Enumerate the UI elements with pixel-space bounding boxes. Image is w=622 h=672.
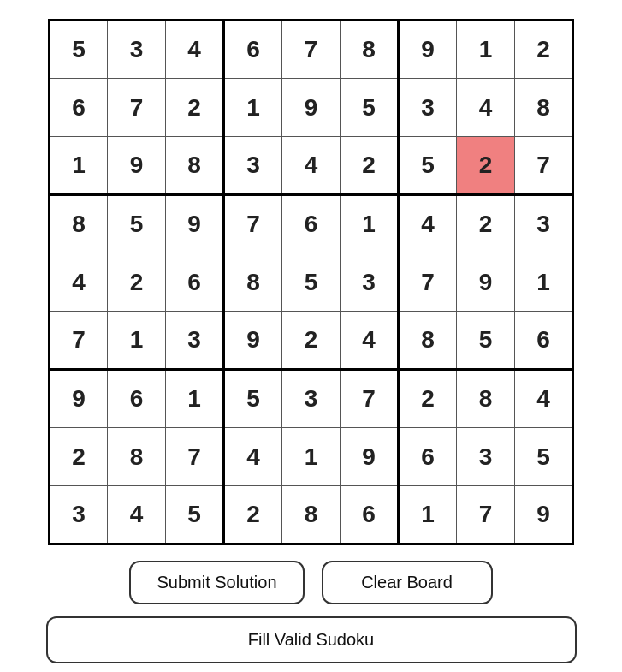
cell-0-4[interactable]: 7 (282, 21, 341, 79)
cell-4-8[interactable]: 1 (515, 253, 573, 312)
cell-0-7[interactable]: 1 (457, 21, 515, 79)
cell-0-8[interactable]: 2 (515, 21, 573, 79)
sudoku-grid: 5346789126721953481983425278597614234268… (48, 19, 574, 545)
fill-button[interactable]: Fill Valid Sudoku (46, 616, 577, 663)
cell-0-3[interactable]: 6 (224, 21, 282, 79)
cell-2-2[interactable]: 8 (166, 137, 224, 195)
cell-6-0[interactable]: 9 (50, 370, 108, 428)
cell-5-6[interactable]: 8 (399, 312, 457, 370)
cell-7-3[interactable]: 4 (224, 428, 282, 486)
cell-6-7[interactable]: 8 (457, 370, 515, 428)
cell-6-5[interactable]: 7 (341, 370, 399, 428)
cell-2-5[interactable]: 2 (341, 137, 399, 195)
cell-3-2[interactable]: 9 (166, 195, 224, 253)
cell-4-7[interactable]: 9 (457, 253, 515, 312)
cell-7-2[interactable]: 7 (166, 428, 224, 486)
cell-8-3[interactable]: 2 (224, 486, 282, 544)
cell-5-0[interactable]: 7 (50, 312, 108, 370)
cell-4-1[interactable]: 2 (108, 253, 166, 312)
cell-7-7[interactable]: 3 (457, 428, 515, 486)
cell-7-6[interactable]: 6 (399, 428, 457, 486)
cell-5-7[interactable]: 5 (457, 312, 515, 370)
cell-3-7[interactable]: 2 (457, 195, 515, 253)
cell-5-8[interactable]: 6 (515, 312, 573, 370)
cell-4-2[interactable]: 6 (166, 253, 224, 312)
cell-2-4[interactable]: 4 (282, 137, 341, 195)
cell-8-1[interactable]: 4 (108, 486, 166, 544)
cell-4-6[interactable]: 7 (399, 253, 457, 312)
cell-1-8[interactable]: 8 (515, 79, 573, 137)
cell-6-4[interactable]: 3 (282, 370, 341, 428)
cell-6-2[interactable]: 1 (166, 370, 224, 428)
cell-3-1[interactable]: 5 (108, 195, 166, 253)
cell-4-4[interactable]: 5 (282, 253, 341, 312)
cell-7-4[interactable]: 1 (282, 428, 341, 486)
cell-4-3[interactable]: 8 (224, 253, 282, 312)
cell-1-5[interactable]: 5 (341, 79, 399, 137)
cell-3-6[interactable]: 4 (399, 195, 457, 253)
cell-0-0[interactable]: 5 (50, 21, 108, 79)
cell-5-2[interactable]: 3 (166, 312, 224, 370)
cell-5-3[interactable]: 9 (224, 312, 282, 370)
cell-8-4[interactable]: 8 (282, 486, 341, 544)
cell-6-3[interactable]: 5 (224, 370, 282, 428)
cell-3-4[interactable]: 6 (282, 195, 341, 253)
cell-3-0[interactable]: 8 (50, 195, 108, 253)
cell-7-5[interactable]: 9 (341, 428, 399, 486)
cell-8-5[interactable]: 6 (341, 486, 399, 544)
buttons-row: Submit Solution Clear Board (31, 561, 592, 604)
cell-8-2[interactable]: 5 (166, 486, 224, 544)
cell-1-4[interactable]: 9 (282, 79, 341, 137)
cell-8-0[interactable]: 3 (50, 486, 108, 544)
cell-3-8[interactable]: 3 (515, 195, 573, 253)
cell-1-7[interactable]: 4 (457, 79, 515, 137)
cell-8-7[interactable]: 7 (457, 486, 515, 544)
cell-6-1[interactable]: 6 (108, 370, 166, 428)
cell-1-1[interactable]: 7 (108, 79, 166, 137)
cell-4-5[interactable]: 3 (341, 253, 399, 312)
cell-7-1[interactable]: 8 (108, 428, 166, 486)
cell-0-1[interactable]: 3 (108, 21, 166, 79)
cell-3-3[interactable]: 7 (224, 195, 282, 253)
main-container: 5346789126721953481983425278597614234268… (21, 9, 602, 672)
cell-6-8[interactable]: 4 (515, 370, 573, 428)
cell-2-7[interactable]: 2 (457, 137, 515, 195)
cell-7-8[interactable]: 5 (515, 428, 573, 486)
cell-5-1[interactable]: 1 (108, 312, 166, 370)
cell-2-1[interactable]: 9 (108, 137, 166, 195)
cell-8-6[interactable]: 1 (399, 486, 457, 544)
cell-1-6[interactable]: 3 (399, 79, 457, 137)
cell-2-3[interactable]: 3 (224, 137, 282, 195)
cell-2-8[interactable]: 7 (515, 137, 573, 195)
cell-5-5[interactable]: 4 (341, 312, 399, 370)
submit-button[interactable]: Submit Solution (129, 561, 304, 604)
cell-3-5[interactable]: 1 (341, 195, 399, 253)
cell-1-3[interactable]: 1 (224, 79, 282, 137)
cell-1-0[interactable]: 6 (50, 79, 108, 137)
cell-0-5[interactable]: 8 (341, 21, 399, 79)
cell-0-6[interactable]: 9 (399, 21, 457, 79)
cell-7-0[interactable]: 2 (50, 428, 108, 486)
cell-4-0[interactable]: 4 (50, 253, 108, 312)
cell-5-4[interactable]: 2 (282, 312, 341, 370)
clear-button[interactable]: Clear Board (322, 561, 493, 604)
cell-0-2[interactable]: 4 (166, 21, 224, 79)
cell-8-8[interactable]: 9 (515, 486, 573, 544)
cell-6-6[interactable]: 2 (399, 370, 457, 428)
cell-2-6[interactable]: 5 (399, 137, 457, 195)
cell-1-2[interactable]: 2 (166, 79, 224, 137)
cell-2-0[interactable]: 1 (50, 137, 108, 195)
